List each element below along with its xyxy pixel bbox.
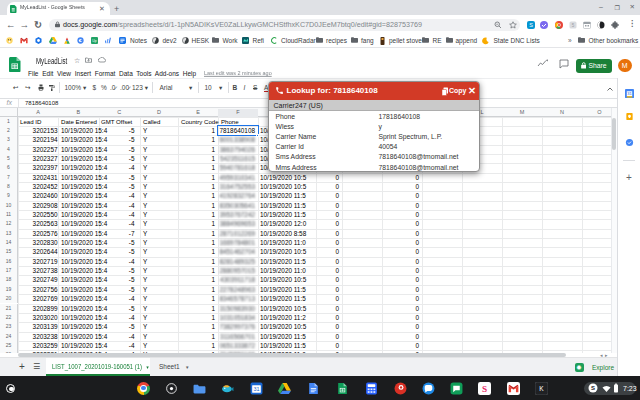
svg-text:K: K bbox=[539, 385, 544, 392]
svg-text:31: 31 bbox=[627, 91, 632, 96]
svg-text:S: S bbox=[591, 385, 595, 391]
svg-text:S: S bbox=[482, 384, 487, 394]
svg-text:31: 31 bbox=[253, 386, 259, 392]
svg-text:S: S bbox=[529, 22, 533, 28]
svg-text:Up: Up bbox=[92, 39, 97, 43]
